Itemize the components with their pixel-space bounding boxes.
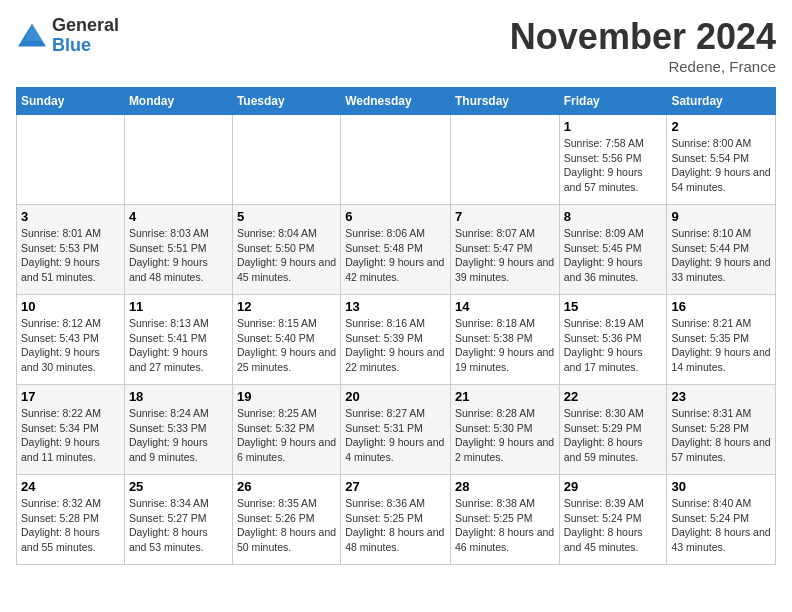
calendar-cell: 28Sunrise: 8:38 AM Sunset: 5:25 PM Dayli…	[450, 475, 559, 565]
calendar-cell	[124, 115, 232, 205]
calendar-cell: 23Sunrise: 8:31 AM Sunset: 5:28 PM Dayli…	[667, 385, 776, 475]
calendar-cell: 17Sunrise: 8:22 AM Sunset: 5:34 PM Dayli…	[17, 385, 125, 475]
location: Redene, France	[510, 58, 776, 75]
day-info: Sunrise: 8:01 AM Sunset: 5:53 PM Dayligh…	[21, 226, 120, 285]
day-info: Sunrise: 8:24 AM Sunset: 5:33 PM Dayligh…	[129, 406, 228, 465]
day-number: 13	[345, 299, 446, 314]
day-info: Sunrise: 8:30 AM Sunset: 5:29 PM Dayligh…	[564, 406, 663, 465]
day-info: Sunrise: 8:10 AM Sunset: 5:44 PM Dayligh…	[671, 226, 771, 285]
calendar-cell: 1Sunrise: 7:58 AM Sunset: 5:56 PM Daylig…	[559, 115, 667, 205]
col-header-friday: Friday	[559, 88, 667, 115]
day-number: 22	[564, 389, 663, 404]
day-info: Sunrise: 8:27 AM Sunset: 5:31 PM Dayligh…	[345, 406, 446, 465]
day-info: Sunrise: 8:22 AM Sunset: 5:34 PM Dayligh…	[21, 406, 120, 465]
calendar-cell: 14Sunrise: 8:18 AM Sunset: 5:38 PM Dayli…	[450, 295, 559, 385]
day-info: Sunrise: 8:38 AM Sunset: 5:25 PM Dayligh…	[455, 496, 555, 555]
calendar-cell	[232, 115, 340, 205]
col-header-saturday: Saturday	[667, 88, 776, 115]
calendar-cell: 7Sunrise: 8:07 AM Sunset: 5:47 PM Daylig…	[450, 205, 559, 295]
calendar-cell: 26Sunrise: 8:35 AM Sunset: 5:26 PM Dayli…	[232, 475, 340, 565]
day-number: 28	[455, 479, 555, 494]
col-header-wednesday: Wednesday	[341, 88, 451, 115]
day-number: 16	[671, 299, 771, 314]
calendar-week-row: 1Sunrise: 7:58 AM Sunset: 5:56 PM Daylig…	[17, 115, 776, 205]
calendar-week-row: 10Sunrise: 8:12 AM Sunset: 5:43 PM Dayli…	[17, 295, 776, 385]
day-info: Sunrise: 8:12 AM Sunset: 5:43 PM Dayligh…	[21, 316, 120, 375]
day-number: 4	[129, 209, 228, 224]
day-number: 2	[671, 119, 771, 134]
calendar-cell: 13Sunrise: 8:16 AM Sunset: 5:39 PM Dayli…	[341, 295, 451, 385]
calendar-cell: 29Sunrise: 8:39 AM Sunset: 5:24 PM Dayli…	[559, 475, 667, 565]
day-info: Sunrise: 8:34 AM Sunset: 5:27 PM Dayligh…	[129, 496, 228, 555]
day-number: 15	[564, 299, 663, 314]
calendar-cell: 8Sunrise: 8:09 AM Sunset: 5:45 PM Daylig…	[559, 205, 667, 295]
month-title: November 2024	[510, 16, 776, 58]
page-header: General Blue November 2024 Redene, Franc…	[16, 16, 776, 75]
col-header-tuesday: Tuesday	[232, 88, 340, 115]
calendar-cell: 20Sunrise: 8:27 AM Sunset: 5:31 PM Dayli…	[341, 385, 451, 475]
day-number: 30	[671, 479, 771, 494]
day-number: 1	[564, 119, 663, 134]
calendar-cell: 6Sunrise: 8:06 AM Sunset: 5:48 PM Daylig…	[341, 205, 451, 295]
day-info: Sunrise: 8:19 AM Sunset: 5:36 PM Dayligh…	[564, 316, 663, 375]
day-number: 3	[21, 209, 120, 224]
day-number: 6	[345, 209, 446, 224]
calendar-cell: 25Sunrise: 8:34 AM Sunset: 5:27 PM Dayli…	[124, 475, 232, 565]
logo: General Blue	[16, 16, 119, 56]
day-info: Sunrise: 8:18 AM Sunset: 5:38 PM Dayligh…	[455, 316, 555, 375]
calendar-cell	[450, 115, 559, 205]
day-number: 19	[237, 389, 336, 404]
day-info: Sunrise: 8:32 AM Sunset: 5:28 PM Dayligh…	[21, 496, 120, 555]
day-number: 14	[455, 299, 555, 314]
calendar-cell	[17, 115, 125, 205]
col-header-sunday: Sunday	[17, 88, 125, 115]
day-number: 21	[455, 389, 555, 404]
calendar-cell: 2Sunrise: 8:00 AM Sunset: 5:54 PM Daylig…	[667, 115, 776, 205]
col-header-monday: Monday	[124, 88, 232, 115]
logo-general-text: General	[52, 15, 119, 35]
day-info: Sunrise: 8:40 AM Sunset: 5:24 PM Dayligh…	[671, 496, 771, 555]
calendar-cell: 12Sunrise: 8:15 AM Sunset: 5:40 PM Dayli…	[232, 295, 340, 385]
calendar-cell: 15Sunrise: 8:19 AM Sunset: 5:36 PM Dayli…	[559, 295, 667, 385]
calendar-cell: 5Sunrise: 8:04 AM Sunset: 5:50 PM Daylig…	[232, 205, 340, 295]
day-info: Sunrise: 8:15 AM Sunset: 5:40 PM Dayligh…	[237, 316, 336, 375]
day-number: 5	[237, 209, 336, 224]
calendar-cell: 9Sunrise: 8:10 AM Sunset: 5:44 PM Daylig…	[667, 205, 776, 295]
calendar-cell: 18Sunrise: 8:24 AM Sunset: 5:33 PM Dayli…	[124, 385, 232, 475]
calendar-cell: 10Sunrise: 8:12 AM Sunset: 5:43 PM Dayli…	[17, 295, 125, 385]
day-info: Sunrise: 8:07 AM Sunset: 5:47 PM Dayligh…	[455, 226, 555, 285]
day-number: 7	[455, 209, 555, 224]
calendar-cell: 22Sunrise: 8:30 AM Sunset: 5:29 PM Dayli…	[559, 385, 667, 475]
day-info: Sunrise: 8:36 AM Sunset: 5:25 PM Dayligh…	[345, 496, 446, 555]
calendar-cell: 3Sunrise: 8:01 AM Sunset: 5:53 PM Daylig…	[17, 205, 125, 295]
day-number: 12	[237, 299, 336, 314]
title-area: November 2024 Redene, France	[510, 16, 776, 75]
col-header-thursday: Thursday	[450, 88, 559, 115]
day-info: Sunrise: 8:03 AM Sunset: 5:51 PM Dayligh…	[129, 226, 228, 285]
day-info: Sunrise: 8:16 AM Sunset: 5:39 PM Dayligh…	[345, 316, 446, 375]
day-info: Sunrise: 8:06 AM Sunset: 5:48 PM Dayligh…	[345, 226, 446, 285]
day-info: Sunrise: 8:04 AM Sunset: 5:50 PM Dayligh…	[237, 226, 336, 285]
day-number: 29	[564, 479, 663, 494]
day-number: 17	[21, 389, 120, 404]
calendar-week-row: 3Sunrise: 8:01 AM Sunset: 5:53 PM Daylig…	[17, 205, 776, 295]
calendar-cell: 4Sunrise: 8:03 AM Sunset: 5:51 PM Daylig…	[124, 205, 232, 295]
logo-blue-text: Blue	[52, 35, 91, 55]
day-info: Sunrise: 8:21 AM Sunset: 5:35 PM Dayligh…	[671, 316, 771, 375]
day-number: 25	[129, 479, 228, 494]
calendar-header-row: SundayMondayTuesdayWednesdayThursdayFrid…	[17, 88, 776, 115]
calendar-table: SundayMondayTuesdayWednesdayThursdayFrid…	[16, 87, 776, 565]
day-number: 11	[129, 299, 228, 314]
day-info: Sunrise: 8:00 AM Sunset: 5:54 PM Dayligh…	[671, 136, 771, 195]
logo-icon	[16, 22, 48, 50]
day-number: 23	[671, 389, 771, 404]
day-number: 10	[21, 299, 120, 314]
day-info: Sunrise: 8:28 AM Sunset: 5:30 PM Dayligh…	[455, 406, 555, 465]
calendar-cell: 19Sunrise: 8:25 AM Sunset: 5:32 PM Dayli…	[232, 385, 340, 475]
day-number: 8	[564, 209, 663, 224]
day-info: Sunrise: 8:35 AM Sunset: 5:26 PM Dayligh…	[237, 496, 336, 555]
day-info: Sunrise: 8:09 AM Sunset: 5:45 PM Dayligh…	[564, 226, 663, 285]
day-info: Sunrise: 7:58 AM Sunset: 5:56 PM Dayligh…	[564, 136, 663, 195]
day-info: Sunrise: 8:39 AM Sunset: 5:24 PM Dayligh…	[564, 496, 663, 555]
day-number: 27	[345, 479, 446, 494]
